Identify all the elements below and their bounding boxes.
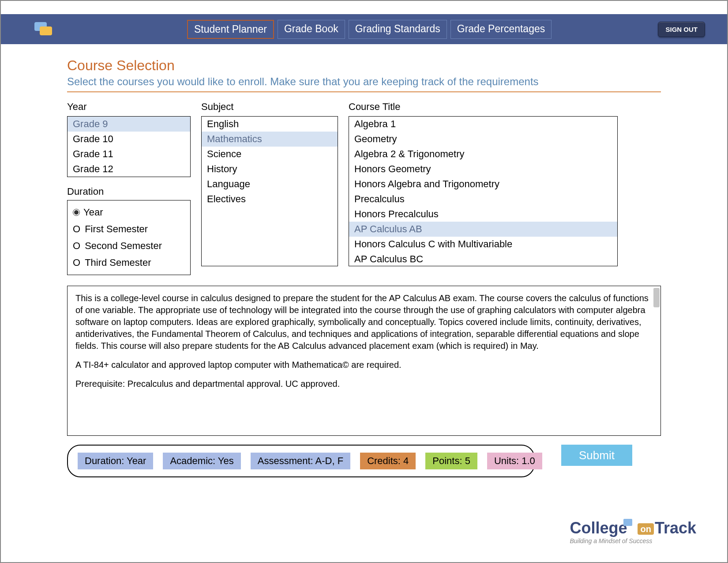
chat-icon[interactable] [34, 20, 55, 38]
duration-radio-group: YearOFirst SemesterOSecond SemesterOThir… [67, 200, 191, 275]
subject-item[interactable]: Science [202, 147, 338, 162]
description-p2: A TI-84+ calculator and approved laptop … [75, 359, 653, 371]
course-item[interactable]: Honors Algebra and Trigonometry [349, 177, 617, 192]
course-item[interactable]: AP Calculus BC [349, 252, 617, 267]
logo: College onTrack Building a Mindset of Su… [570, 519, 696, 544]
divider [67, 91, 661, 92]
nav-tab-grading-standards[interactable]: Grading Standards [349, 20, 447, 39]
subject-label: Subject [201, 101, 338, 113]
description-p3: Prerequisite: Precalculus and department… [75, 378, 653, 390]
radio-icon [73, 209, 80, 216]
subject-item[interactable]: Mathematics [202, 132, 338, 147]
logo-text-2: Track [655, 519, 696, 537]
page-subtitle: Select the courses you would like to enr… [67, 76, 661, 88]
nav-tab-student-planner[interactable]: Student Planner [187, 20, 274, 39]
submit-button[interactable]: Submit [561, 445, 632, 466]
radio-icon: O [73, 223, 80, 235]
logo-tagline: Building a Mindset of Success [570, 537, 696, 544]
sign-out-button[interactable]: SIGN OUT [658, 22, 705, 37]
course-item[interactable]: Honors Calculus C with Multivariable [349, 237, 617, 252]
summary-points: Points: 5 [425, 453, 477, 469]
description-p1: This is a college-level course in calcul… [75, 292, 653, 352]
summary-duration: Duration: Year [78, 453, 153, 469]
duration-option[interactable]: OFirst Semester [73, 221, 185, 238]
radio-icon: O [73, 257, 80, 268]
course-item[interactable]: Geometry [349, 132, 617, 147]
summary-units: Units: 1.0 [487, 453, 542, 469]
duration-option[interactable]: OSecond Semester [73, 238, 185, 254]
subject-item[interactable]: English [202, 117, 338, 132]
course-listbox[interactable]: Algebra 1GeometryAlgebra 2 & Trigonometr… [349, 116, 618, 266]
subject-item[interactable]: Electives [202, 192, 338, 207]
nav-tabs: Student PlannerGrade BookGrading Standar… [187, 20, 552, 39]
course-item[interactable]: Precalculus [349, 192, 617, 207]
course-item[interactable]: AP Calculus AB [349, 222, 617, 237]
course-item[interactable]: Honors Geometry [349, 162, 617, 177]
nav-tab-grade-percentages[interactable]: Grade Percentages [450, 20, 552, 39]
year-label: Year [67, 101, 191, 113]
course-item[interactable]: Algebra 2 & Trigonometry [349, 147, 617, 162]
summary-credits: Credits: 4 [360, 453, 416, 469]
logo-on-badge: on [638, 523, 653, 535]
year-listbox[interactable]: Grade 9Grade 10Grade 11Grade 12 [67, 116, 191, 177]
course-item[interactable]: Algebra 1 [349, 117, 617, 132]
year-item[interactable]: Grade 10 [68, 132, 190, 147]
logo-square-icon [623, 519, 632, 526]
year-item[interactable]: Grade 12 [68, 162, 190, 177]
summary-academic: Academic: Yes [163, 453, 240, 469]
duration-label: Duration [67, 186, 191, 197]
duration-option[interactable]: OThird Semester [73, 254, 185, 271]
page-title: Course Selection [67, 57, 661, 74]
course-item[interactable]: Honors Precalculus [349, 207, 617, 222]
scrollbar-thumb[interactable] [653, 288, 660, 307]
subject-item[interactable]: History [202, 162, 338, 177]
duration-option[interactable]: Year [73, 204, 185, 221]
course-description: This is a college-level course in calcul… [67, 286, 661, 436]
nav-tab-grade-book[interactable]: Grade Book [278, 20, 345, 39]
subject-item[interactable]: Language [202, 177, 338, 192]
year-item[interactable]: Grade 11 [68, 147, 190, 162]
radio-icon: O [73, 240, 80, 252]
summary-assessment: Assessment: A-D, F [251, 453, 350, 469]
year-item[interactable]: Grade 9 [68, 117, 190, 132]
logo-text-1: College [570, 519, 627, 537]
course-label: Course Title [349, 101, 618, 113]
subject-listbox[interactable]: EnglishMathematicsScienceHistoryLanguage… [201, 116, 338, 266]
summary-bar: Duration: Year Academic: Yes Assessment:… [67, 445, 535, 477]
top-nav-bar: Student PlannerGrade BookGrading Standar… [1, 14, 727, 44]
